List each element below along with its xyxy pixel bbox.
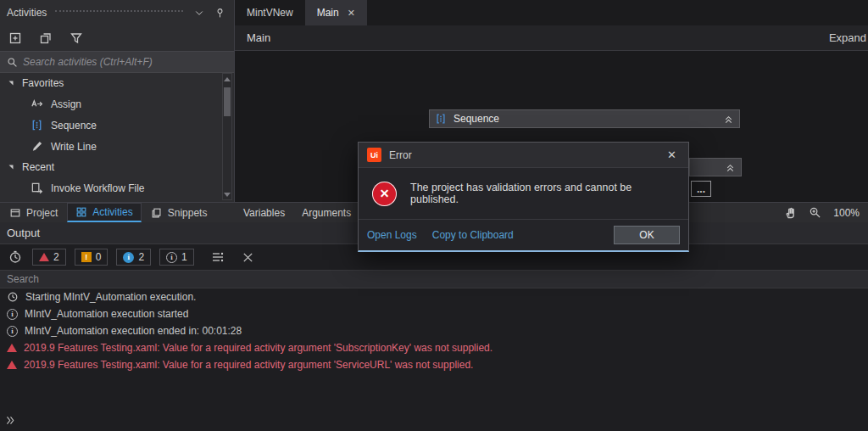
warning-square-icon bbox=[81, 252, 92, 262]
timer-icon[interactable] bbox=[7, 249, 24, 266]
sequence-icon bbox=[31, 119, 43, 132]
error-filter-badge[interactable]: 2 bbox=[32, 249, 66, 266]
activity-item-label: Assign bbox=[51, 98, 81, 110]
scrollbar-thumb[interactable] bbox=[224, 87, 231, 116]
log-row[interactable]: MIntV_Automation execution started bbox=[0, 305, 868, 322]
recent-label: Recent bbox=[22, 161, 54, 173]
activities-icon bbox=[75, 206, 87, 218]
tab-snippets[interactable]: Snippets bbox=[143, 203, 215, 222]
dotted-leader bbox=[55, 8, 183, 12]
warning-filter-badge[interactable]: 0 bbox=[75, 249, 108, 266]
tab-project[interactable]: Project bbox=[2, 203, 65, 222]
log-text: MIntV_Automation execution started bbox=[25, 308, 188, 320]
breadcrumb[interactable]: Main bbox=[247, 31, 270, 44]
view-options-icon[interactable] bbox=[209, 249, 226, 266]
collapse-chevron-icon[interactable] bbox=[723, 114, 734, 125]
dialog-close-icon[interactable]: ✕ bbox=[664, 147, 680, 163]
clear-output-icon[interactable] bbox=[240, 249, 257, 266]
dialog-title-bar[interactable]: Ui Error ✕ bbox=[359, 143, 688, 168]
trace-circle-icon bbox=[166, 252, 177, 263]
activity-item-label: Sequence bbox=[51, 120, 97, 132]
zoom-lens-icon[interactable] bbox=[809, 206, 821, 219]
log-row[interactable]: MIntV_Automation execution ended in: 00:… bbox=[0, 322, 868, 339]
info-circle-icon bbox=[7, 309, 18, 320]
info-circle-icon bbox=[7, 326, 18, 337]
activities-toolbar bbox=[0, 25, 234, 51]
expand-all-icon[interactable] bbox=[7, 30, 24, 47]
activity-item-invoke-workflow[interactable]: Invoke Workflow File bbox=[0, 177, 222, 199]
close-tab-icon[interactable]: ✕ bbox=[348, 8, 355, 19]
log-text: 2019.9 Features Testing.xaml: Value for … bbox=[24, 359, 473, 371]
activities-panel-header: Activities bbox=[0, 0, 234, 25]
dialog-title: Error bbox=[389, 149, 656, 161]
trace-filter-badge[interactable]: 1 bbox=[159, 249, 194, 266]
output-title: Output bbox=[7, 227, 40, 239]
tab-project-label: Project bbox=[26, 207, 58, 219]
tab-activities-label: Activities bbox=[92, 206, 132, 218]
activity-item-label: Invoke Workflow File bbox=[51, 182, 144, 194]
uipath-studio-window: { "activities_panel": { "title": "Activi… bbox=[0, 0, 868, 431]
document-tab-bar: MintVNew Main ✕ bbox=[235, 0, 868, 25]
activities-search bbox=[0, 51, 234, 73]
collapse-all-icon[interactable] bbox=[37, 30, 54, 47]
dialog-message: The project has validation errors and ca… bbox=[410, 182, 675, 205]
activity-item-sequence[interactable]: Sequence bbox=[0, 115, 222, 136]
open-logs-link[interactable]: Open Logs bbox=[367, 229, 417, 241]
expander-icon bbox=[7, 163, 15, 171]
activity-item-assign[interactable]: Assign bbox=[0, 93, 222, 115]
tree-group-recent[interactable]: Recent bbox=[0, 157, 222, 177]
double-chevron-right-icon[interactable] bbox=[5, 415, 16, 426]
error-triangle-icon bbox=[7, 344, 17, 352]
project-icon bbox=[9, 207, 21, 219]
log-row-error[interactable]: 2019.9 Features Testing.xaml: Value for … bbox=[0, 356, 868, 373]
activities-panel-title: Activities bbox=[7, 7, 47, 19]
activities-search-input[interactable] bbox=[23, 56, 227, 68]
arguments-tab[interactable]: Arguments bbox=[302, 207, 351, 219]
collapsed-activity-header[interactable] bbox=[689, 158, 742, 176]
filter-icon[interactable] bbox=[68, 30, 85, 47]
variables-tab[interactable]: Variables bbox=[243, 207, 285, 219]
activities-scrollbar[interactable] bbox=[222, 73, 232, 200]
activity-item-label: Write Line bbox=[51, 141, 97, 153]
log-text: Starting MIntV_Automation execution. bbox=[25, 291, 196, 303]
expander-icon bbox=[7, 79, 15, 87]
activities-tree: Favorites Assign Sequence Write Line Rec… bbox=[0, 73, 222, 202]
panel-tab-bar: Project Activities Snippets bbox=[0, 202, 235, 222]
doc-tab-label: MintVNew bbox=[247, 7, 293, 19]
zoom-level[interactable]: 100% bbox=[833, 207, 860, 219]
error-count: 2 bbox=[53, 251, 59, 263]
info-filter-badge[interactable]: 2 bbox=[116, 249, 151, 266]
log-text: MIntV_Automation execution ended in: 00:… bbox=[25, 325, 242, 337]
chevron-down-icon[interactable] bbox=[192, 5, 207, 20]
doc-tab-main[interactable]: Main ✕ bbox=[305, 0, 367, 25]
output-search-input[interactable] bbox=[7, 273, 861, 285]
log-row-error[interactable]: 2019.9 Features Testing.xaml: Value for … bbox=[0, 339, 868, 356]
log-text: 2019.9 Features Testing.xaml: Value for … bbox=[24, 342, 492, 354]
error-dialog: Ui Error ✕ The project has validation er… bbox=[358, 142, 689, 252]
doc-tab-mintvnew[interactable]: MintVNew bbox=[235, 0, 305, 25]
tree-group-favorites[interactable]: Favorites bbox=[0, 73, 222, 93]
pan-hand-icon[interactable] bbox=[783, 206, 797, 220]
tab-snippets-label: Snippets bbox=[168, 207, 208, 219]
collapse-chevron-icon[interactable] bbox=[725, 162, 736, 173]
info-circle-icon bbox=[123, 252, 134, 263]
log-row[interactable]: Starting MIntV_Automation execution. bbox=[0, 288, 868, 305]
sequence-activity-header[interactable]: Sequence bbox=[429, 109, 740, 128]
pin-icon[interactable] bbox=[212, 5, 227, 20]
error-circle-icon bbox=[372, 182, 397, 206]
ok-button[interactable]: OK bbox=[614, 226, 680, 244]
scroll-up-icon[interactable] bbox=[223, 74, 231, 84]
snippets-icon bbox=[151, 207, 163, 219]
sequence-icon bbox=[435, 113, 447, 125]
search-icon bbox=[7, 57, 18, 68]
scroll-down-icon[interactable] bbox=[223, 189, 231, 199]
copy-to-clipboard-link[interactable]: Copy to Clipboard bbox=[432, 229, 514, 241]
warning-count: 0 bbox=[96, 251, 102, 263]
activity-item-write-line[interactable]: Write Line bbox=[0, 136, 222, 157]
tab-activities[interactable]: Activities bbox=[67, 203, 141, 222]
output-panel: Output 2 0 2 1 Startin bbox=[0, 222, 868, 431]
collapsed-activity-placeholder[interactable]: ... bbox=[691, 181, 711, 197]
clock-icon bbox=[7, 291, 19, 303]
sequence-title: Sequence bbox=[453, 113, 716, 125]
expand-all-link[interactable]: Expand bbox=[829, 31, 866, 44]
